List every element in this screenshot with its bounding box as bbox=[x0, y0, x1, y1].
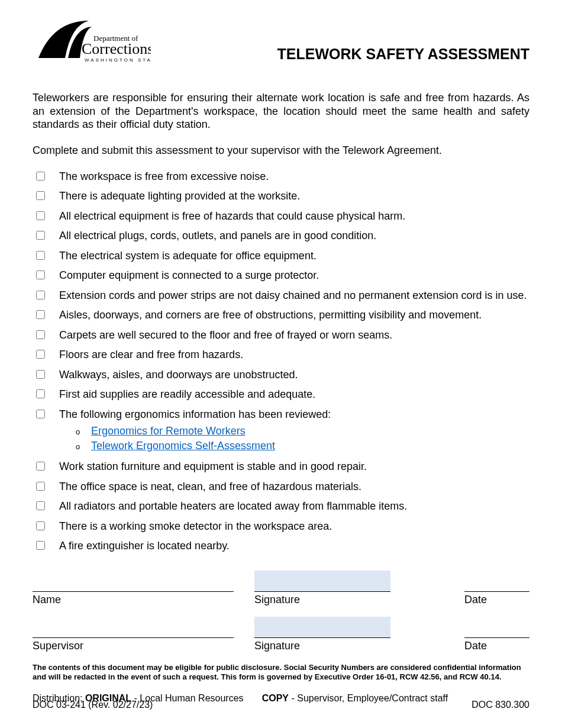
check-text: A fire extinguisher is located nearby. bbox=[59, 539, 529, 553]
check-item: Work station furniture and equipment is … bbox=[36, 460, 529, 473]
check-item: Extension cords and power strips are not… bbox=[36, 289, 529, 302]
checkbox[interactable] bbox=[36, 291, 45, 299]
check-item-ergonomics: The following ergonomics information has… bbox=[36, 408, 529, 454]
list-item: Telework Ergonomics Self-Assessment bbox=[76, 439, 529, 453]
checkbox[interactable] bbox=[36, 410, 45, 418]
check-text: Extension cords and power strips are not… bbox=[59, 289, 529, 302]
check-text: Computer equipment is connected to a sur… bbox=[59, 269, 529, 282]
check-text: First aid supplies are readily accessibl… bbox=[59, 388, 529, 401]
header: Department of Corrections WASHINGTON STA… bbox=[33, 21, 529, 70]
signature-block: Signature bbox=[254, 617, 444, 652]
doc-logo: Department of Corrections WASHINGTON STA… bbox=[33, 21, 151, 70]
check-text: Aisles, doorways, and corners are free o… bbox=[59, 308, 529, 322]
check-item: The electrical system is adequate for of… bbox=[36, 249, 529, 263]
checkbox[interactable] bbox=[36, 231, 45, 240]
check-item: Computer equipment is connected to a sur… bbox=[36, 269, 529, 282]
checkbox[interactable] bbox=[36, 462, 45, 471]
check-item: All electrical equipment is free of haza… bbox=[36, 210, 529, 223]
page-title: TELEWORK SAFETY ASSESSMENT bbox=[151, 21, 529, 63]
name-block: Name bbox=[33, 571, 234, 606]
checkbox[interactable] bbox=[36, 251, 45, 260]
checkbox[interactable] bbox=[36, 389, 45, 398]
check-text: Walkways, aisles, and doorways are unobs… bbox=[59, 368, 529, 382]
date-label: Date bbox=[464, 640, 529, 652]
footer: DOC 03-241 (Rev. 02/27/23) DOC 830.300 bbox=[33, 700, 529, 710]
check-text: There is a working smoke detector in the… bbox=[59, 520, 529, 533]
check-text: The office space is neat, clean, and fre… bbox=[59, 480, 529, 494]
check-item: Floors are clear and free from hazards. bbox=[36, 348, 529, 362]
check-text: There is adequate lighting provided at t… bbox=[59, 189, 529, 203]
checkbox[interactable] bbox=[36, 211, 45, 220]
date-block: Date bbox=[464, 571, 529, 606]
date-label: Date bbox=[464, 594, 529, 606]
check-text: All radiators and portable heaters are l… bbox=[59, 500, 529, 513]
checkbox[interactable] bbox=[36, 521, 45, 530]
check-item: Walkways, aisles, and doorways are unobs… bbox=[36, 368, 529, 382]
check-text: Work station furniture and equipment is … bbox=[59, 460, 529, 473]
check-item: All electrical plugs, cords, outlets, an… bbox=[36, 229, 529, 243]
svg-text:Corrections: Corrections bbox=[82, 40, 151, 57]
list-item: Ergonomics for Remote Workers bbox=[76, 424, 529, 438]
check-text: The workspace is free from excessive noi… bbox=[59, 170, 529, 183]
checklist: The workspace is free from excessive noi… bbox=[36, 170, 529, 553]
disclosure-text: The contents of this document may be eli… bbox=[33, 663, 529, 683]
date-block: Date bbox=[464, 617, 529, 652]
footer-right: DOC 830.300 bbox=[471, 700, 529, 710]
signature-field[interactable] bbox=[254, 617, 390, 638]
checkbox[interactable] bbox=[36, 330, 45, 339]
signature-row-employee: Name Signature Date bbox=[33, 571, 529, 606]
ergonomics-links: Ergonomics for Remote Workers Telework E… bbox=[76, 424, 529, 452]
instruction-text: Complete and submit this assessment to y… bbox=[33, 144, 529, 157]
check-item: First aid supplies are readily accessibl… bbox=[36, 388, 529, 401]
check-item: There is adequate lighting provided at t… bbox=[36, 189, 529, 203]
checkbox[interactable] bbox=[36, 172, 45, 181]
checkbox[interactable] bbox=[36, 350, 45, 359]
date-field[interactable] bbox=[464, 571, 529, 592]
check-item: The office space is neat, clean, and fre… bbox=[36, 480, 529, 494]
checkbox[interactable] bbox=[36, 310, 45, 319]
link-ergonomics-remote[interactable]: Ergonomics for Remote Workers bbox=[91, 425, 246, 437]
check-item: There is a working smoke detector in the… bbox=[36, 520, 529, 533]
checkbox[interactable] bbox=[36, 370, 45, 379]
date-field[interactable] bbox=[464, 617, 529, 638]
check-item: All radiators and portable heaters are l… bbox=[36, 500, 529, 513]
checkbox[interactable] bbox=[36, 501, 45, 510]
intro-text: Teleworkers are responsible for ensuring… bbox=[33, 91, 529, 131]
signature-row-supervisor: Supervisor Signature Date bbox=[33, 617, 529, 652]
signature-field[interactable] bbox=[254, 571, 390, 592]
signature-label: Signature bbox=[254, 594, 444, 606]
link-ergonomics-self[interactable]: Telework Ergonomics Self-Assessment bbox=[91, 440, 275, 452]
check-text: The following ergonomics information has… bbox=[59, 408, 331, 420]
supervisor-label: Supervisor bbox=[33, 640, 234, 652]
check-text: The electrical system is adequate for of… bbox=[59, 249, 529, 263]
check-item: Carpets are well secured to the floor an… bbox=[36, 328, 529, 342]
name-label: Name bbox=[33, 594, 234, 606]
check-text: Floors are clear and free from hazards. bbox=[59, 348, 529, 362]
check-item: The workspace is free from excessive noi… bbox=[36, 170, 529, 183]
check-item: A fire extinguisher is located nearby. bbox=[36, 539, 529, 553]
check-item: Aisles, doorways, and corners are free o… bbox=[36, 308, 529, 322]
check-text-wrapper: The following ergonomics information has… bbox=[59, 408, 529, 454]
check-text: All electrical plugs, cords, outlets, an… bbox=[59, 229, 529, 243]
signature-label: Signature bbox=[254, 640, 444, 652]
checkbox[interactable] bbox=[36, 541, 45, 550]
checkbox[interactable] bbox=[36, 482, 45, 491]
checkbox[interactable] bbox=[36, 191, 45, 200]
name-field[interactable] bbox=[33, 571, 234, 592]
check-text: Carpets are well secured to the floor an… bbox=[59, 328, 529, 342]
page: Department of Corrections WASHINGTON STA… bbox=[0, 0, 562, 728]
supervisor-field[interactable] bbox=[33, 617, 234, 638]
check-text: All electrical equipment is free of haza… bbox=[59, 210, 529, 223]
svg-text:WASHINGTON STATE: WASHINGTON STATE bbox=[85, 57, 151, 63]
signature-block: Signature bbox=[254, 571, 444, 606]
supervisor-block: Supervisor bbox=[33, 617, 234, 652]
checkbox[interactable] bbox=[36, 270, 45, 279]
footer-left: DOC 03-241 (Rev. 02/27/23) bbox=[33, 700, 153, 710]
